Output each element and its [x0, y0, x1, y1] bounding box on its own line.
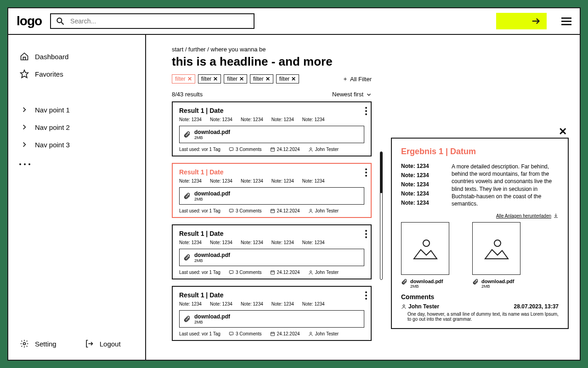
kebab-menu-icon[interactable]	[365, 291, 367, 300]
search-input-wrap[interactable]	[50, 13, 254, 29]
sidebar-item-label: Logout	[100, 340, 121, 348]
user-icon	[401, 304, 407, 309]
svg-point-10	[310, 209, 311, 211]
download-filename: download.pdf	[194, 129, 230, 135]
svg-rect-8	[229, 209, 233, 212]
paperclip-icon	[183, 315, 191, 323]
breadcrumb[interactable]: start / further / where you wanna be	[172, 46, 372, 53]
search-icon	[56, 17, 65, 26]
svg-rect-14	[229, 332, 233, 335]
sidebar-navpoint-3[interactable]: Nav point 3	[19, 136, 134, 153]
paperclip-icon	[472, 279, 479, 285]
kebab-menu-icon[interactable]	[365, 107, 367, 115]
sidebar-item-label: Nav point 1	[35, 106, 70, 114]
close-icon[interactable]: ✕	[213, 76, 218, 82]
chevron-right-icon	[19, 139, 29, 150]
image-placeholder	[401, 222, 449, 275]
last-used: Last used: vor 1 Tag	[179, 147, 220, 152]
paperclip-icon	[183, 131, 191, 138]
close-icon[interactable]: ✕	[559, 126, 567, 138]
comments-header: Comments	[401, 293, 559, 301]
download-all-link[interactable]: Alle Anlagen herunterladen	[401, 213, 559, 218]
paperclip-icon	[183, 192, 191, 200]
result-date: 24.12.2024	[270, 208, 300, 213]
sort-dropdown[interactable]: Newest first	[332, 91, 372, 98]
result-card[interactable]: Result 1 | Date Note: 1234Note: 1234Note…	[172, 286, 372, 341]
svg-point-0	[57, 18, 62, 22]
close-icon[interactable]: ✕	[291, 76, 296, 82]
result-card[interactable]: Result 1 | Date Note: 1234Note: 1234Note…	[172, 101, 372, 156]
download-size: 2MB	[194, 320, 230, 324]
close-icon[interactable]: ✕	[187, 76, 192, 82]
primary-action-button[interactable]	[496, 13, 547, 29]
svg-rect-6	[271, 148, 274, 151]
result-download[interactable]: download.pdf 2MB	[179, 126, 364, 143]
menu-icon[interactable]	[561, 17, 571, 25]
result-note: Note: 1234	[179, 301, 202, 307]
result-download[interactable]: download.pdf 2MB	[179, 249, 364, 266]
kebab-menu-icon[interactable]	[365, 168, 367, 177]
result-note: Note: 1234	[302, 240, 325, 245]
sidebar-item-dashboard[interactable]: Dashboard	[19, 48, 134, 65]
svg-marker-3	[21, 70, 28, 78]
attachment-download[interactable]: download.pdf 2MB	[401, 279, 449, 289]
detail-note: Note: 1234	[401, 181, 442, 188]
attachment-download[interactable]: download.pdf 2MB	[472, 279, 520, 289]
logout-icon	[84, 339, 94, 349]
sidebar-item-setting[interactable]: Setting	[19, 335, 57, 352]
result-download[interactable]: download.pdf 2MB	[179, 187, 364, 205]
filter-chip[interactable]: filter ✕	[198, 74, 221, 84]
scrollbar[interactable]	[379, 46, 384, 360]
attachment-name: download.pdf	[481, 279, 514, 284]
scrollbar-thumb[interactable]	[380, 152, 383, 193]
chevron-right-icon	[19, 122, 29, 132]
result-note: Note: 1234	[241, 301, 263, 307]
filter-chip[interactable]: filter ✕	[172, 74, 195, 84]
comments-count[interactable]: 3 Comments	[229, 270, 262, 275]
comments-count[interactable]: 3 Comments	[229, 208, 262, 213]
result-note: Note: 1234	[210, 301, 232, 307]
filter-label: filter	[279, 76, 290, 82]
close-icon[interactable]: ✕	[239, 76, 244, 82]
result-card[interactable]: Result 1 | Date Note: 1234Note: 1234Note…	[172, 163, 372, 218]
logo: logo	[17, 14, 42, 28]
result-note: Note: 1234	[241, 117, 263, 122]
close-icon[interactable]: ✕	[266, 76, 270, 82]
sidebar-navpoint-1[interactable]: Nav point 1	[19, 101, 134, 118]
last-used: Last used: vor 1 Tag	[179, 208, 220, 213]
sort-label: Newest first	[332, 91, 363, 98]
detail-panel: ✕ Ergebnis 1 | Datum Note: 1234 Note: 12…	[391, 138, 569, 329]
result-note: Note: 1234	[241, 178, 263, 184]
result-author: John Tester	[308, 208, 339, 213]
sidebar-item-logout[interactable]: Logout	[84, 335, 121, 352]
result-author: John Tester	[308, 331, 339, 336]
kebab-menu-icon[interactable]	[365, 230, 367, 238]
download-filename: download.pdf	[194, 190, 230, 197]
result-note: Note: 1234	[179, 240, 202, 245]
detail-note: Note: 1234	[401, 200, 442, 206]
sidebar-item-label: Nav point 2	[35, 123, 70, 131]
filter-chip[interactable]: filter ✕	[250, 74, 273, 84]
filter-chip[interactable]: filter ✕	[224, 74, 247, 84]
comments-count[interactable]: 3 Comments	[229, 147, 262, 152]
result-author: John Tester	[308, 147, 339, 152]
filter-label: filter	[201, 76, 212, 82]
filter-chip[interactable]: filter ✕	[276, 74, 300, 84]
result-download[interactable]: download.pdf 2MB	[179, 310, 364, 328]
sidebar-navpoint-2[interactable]: Nav point 2	[19, 118, 134, 136]
detail-note: Note: 1234	[401, 190, 442, 197]
download-size: 2MB	[194, 197, 230, 201]
chevron-right-icon	[19, 105, 29, 115]
svg-point-4	[23, 343, 26, 345]
result-note: Note: 1234	[271, 178, 294, 184]
attachment-size: 2MB	[410, 284, 443, 289]
all-filter-button[interactable]: ＋ All Filter	[342, 75, 372, 83]
paperclip-icon	[401, 279, 407, 285]
search-input[interactable]	[70, 17, 249, 25]
sidebar-item-favorites[interactable]: Favorites	[19, 65, 134, 83]
comments-count[interactable]: 3 Comments	[229, 331, 262, 336]
download-filename: download.pdf	[194, 252, 230, 258]
result-card[interactable]: Result 1 | Date Note: 1234Note: 1234Note…	[172, 224, 372, 279]
sidebar-item-label: Setting	[35, 340, 57, 348]
result-note: Note: 1234	[302, 301, 325, 307]
